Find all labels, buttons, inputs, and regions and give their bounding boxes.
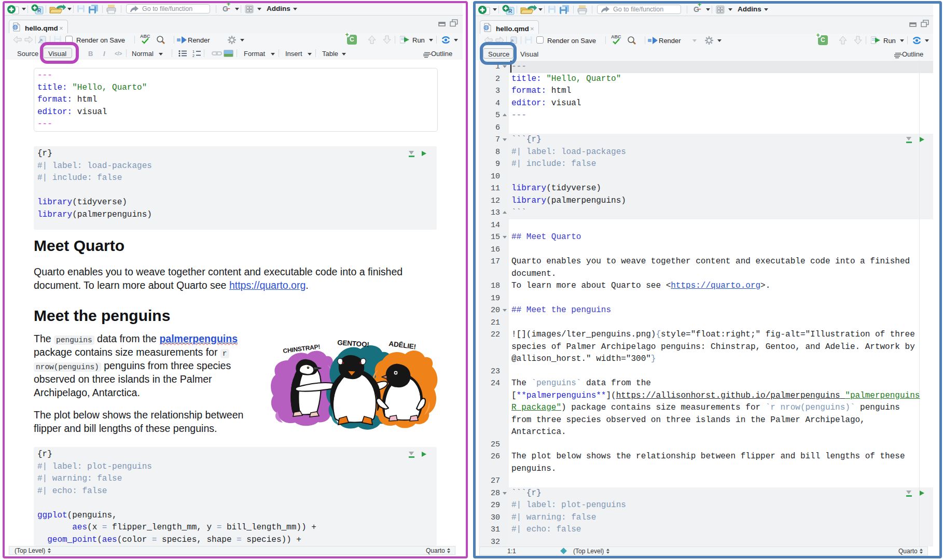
svg-text:1: 1 xyxy=(192,50,195,53)
svg-text:2: 2 xyxy=(192,54,195,57)
svg-text:ADĒLIE!: ADĒLIE! xyxy=(389,340,417,351)
svg-text:GENTOO!: GENTOO! xyxy=(337,339,369,348)
